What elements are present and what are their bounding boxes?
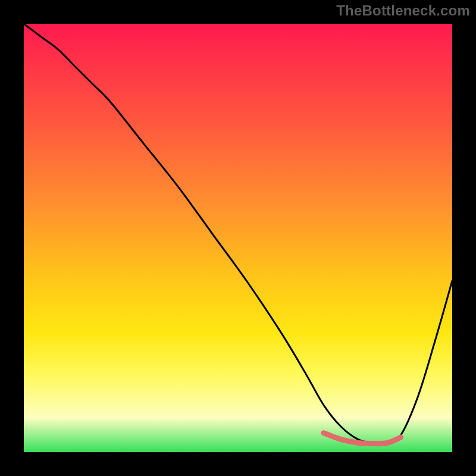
bottleneck-curve-path: [24, 24, 452, 444]
trough-highlight-path: [324, 433, 401, 444]
plot-area: [24, 24, 452, 452]
watermark-text: TheBottleneck.com: [336, 2, 470, 19]
curve-svg: [24, 24, 452, 452]
stage: TheBottleneck.com: [0, 0, 476, 476]
